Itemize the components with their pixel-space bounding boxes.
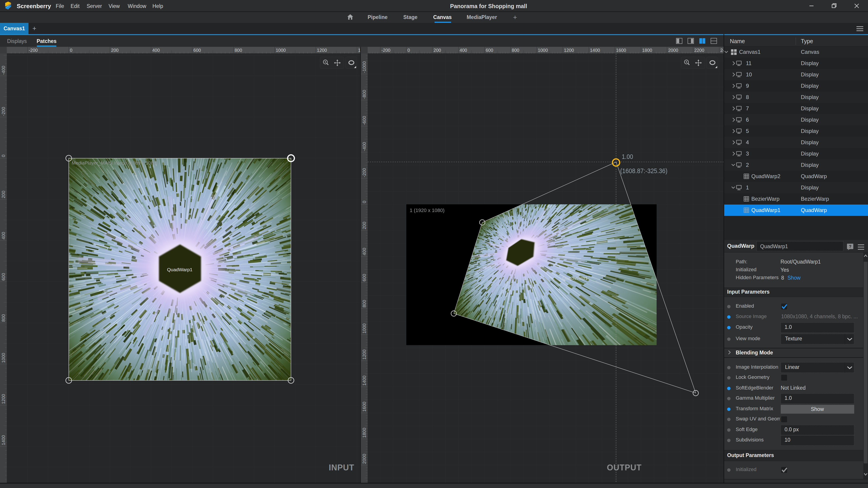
svg-text:1200: 1200 [564,48,574,53]
svg-text:MediaPlayer_MAIN.Image (1080 x: MediaPlayer_MAIN.Image (1080 x 1080) [72,160,158,166]
svg-text:-200: -200 [29,48,38,53]
svg-text:?: ? [849,244,851,249]
svg-text:INPUT: INPUT [329,463,354,472]
svg-text:QuadWarp1: QuadWarp1 [562,275,588,281]
svg-text:600: 600 [486,48,493,53]
svg-text:400: 400 [460,48,467,53]
svg-text:400: 400 [152,48,160,53]
svg-text:2000: 2000 [668,48,678,53]
svg-text:OUTPUT: OUTPUT [607,463,642,472]
svg-text:1600: 1600 [616,48,626,53]
svg-text:200: 200 [433,48,441,53]
svg-text:1800: 1800 [642,48,652,53]
svg-text:800: 800 [512,48,519,53]
svg-text:200: 200 [111,48,119,53]
svg-text:1400: 1400 [358,48,360,53]
svg-text:600: 600 [193,48,201,53]
svg-text:0: 0 [407,48,410,53]
svg-text:2200: 2200 [694,48,705,53]
svg-text:1.00: 1.00 [622,153,633,160]
svg-text:(1608.87:-325.36): (1608.87:-325.36) [620,167,668,174]
svg-text:1000: 1000 [276,48,286,53]
svg-text:2400: 2400 [720,48,723,53]
svg-text:QuadWarp1: QuadWarp1 [167,267,192,272]
svg-text:1400: 1400 [590,48,600,53]
svg-text:800: 800 [235,48,242,53]
svg-text:0: 0 [70,48,72,53]
svg-text:1000: 1000 [538,48,548,53]
svg-text:1200: 1200 [317,48,327,53]
svg-text:-200: -200 [381,48,391,53]
svg-text:1 (1920 x 1080): 1 (1920 x 1080) [410,207,444,213]
